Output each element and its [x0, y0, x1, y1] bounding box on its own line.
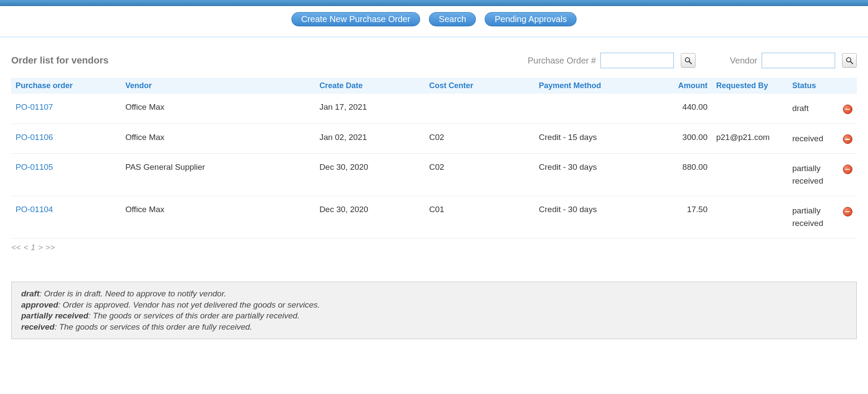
- legend-term: received: [21, 322, 54, 331]
- cell-cost-center: C02: [425, 124, 535, 154]
- cell-payment-method: Credit - 30 days: [535, 196, 661, 238]
- vendor-filter-label: Vendor: [730, 56, 757, 66]
- cell-create-date: Jan 02, 2021: [315, 124, 425, 154]
- table-header-row: Purchase order Vendor Create Date Cost C…: [11, 78, 857, 94]
- po-search-icon-button[interactable]: [681, 53, 696, 68]
- vendor-search-icon-button[interactable]: [842, 53, 857, 68]
- col-actions: [839, 78, 857, 94]
- col-create-date[interactable]: Create Date: [315, 78, 425, 94]
- cell-amount: 300.00: [661, 124, 712, 154]
- pager: << < 1 > >>: [11, 238, 857, 257]
- legend-desc: : Order is in draft. Need to approve to …: [39, 289, 226, 298]
- col-po[interactable]: Purchase order: [11, 78, 121, 94]
- col-requested-by[interactable]: Requested By: [712, 78, 788, 94]
- pager-next[interactable]: >: [38, 243, 43, 252]
- cell-cost-center: C01: [425, 196, 535, 238]
- col-cost-center[interactable]: Cost Center: [425, 78, 535, 94]
- svg-line-1: [689, 62, 691, 64]
- cell-status: draft: [788, 94, 839, 124]
- cell-create-date: Dec 30, 2020: [315, 196, 425, 238]
- legend-line: received: The goods or services of this …: [21, 321, 847, 333]
- cell-requested-by: [712, 94, 788, 124]
- pager-prev[interactable]: <: [23, 243, 28, 252]
- legend-term: partially received: [21, 311, 88, 320]
- col-payment-method[interactable]: Payment Method: [535, 78, 661, 94]
- legend-line: approved: Order is approved. Vendor has …: [21, 299, 847, 311]
- search-icon: [845, 56, 854, 65]
- cell-requested-by: [712, 154, 788, 196]
- pager-current: 1: [31, 243, 35, 252]
- order-table: Purchase order Vendor Create Date Cost C…: [11, 78, 857, 238]
- cell-cost-center: C02: [425, 154, 535, 196]
- cell-vendor: PAS General Supplier: [121, 154, 315, 196]
- po-filter-label: Purchase Order #: [528, 56, 596, 66]
- action-bar: Create New Purchase Order Search Pending…: [0, 6, 868, 37]
- cell-create-date: Dec 30, 2020: [315, 154, 425, 196]
- table-row: PO-01105PAS General SupplierDec 30, 2020…: [11, 154, 857, 196]
- content-area: Order list for vendors Purchase Order # …: [0, 37, 868, 356]
- delete-icon[interactable]: [843, 134, 852, 144]
- col-vendor[interactable]: Vendor: [121, 78, 315, 94]
- delete-icon[interactable]: [843, 207, 852, 216]
- cell-create-date: Jan 17, 2021: [315, 94, 425, 124]
- legend-desc: : Order is approved. Vendor has not yet …: [58, 300, 320, 309]
- cell-cost-center: [425, 94, 535, 124]
- cell-amount: 880.00: [661, 154, 712, 196]
- subheader: Order list for vendors Purchase Order # …: [11, 41, 857, 72]
- legend-term: approved: [21, 300, 58, 309]
- table-row: PO-01107Office MaxJan 17, 2021440.00draf…: [11, 94, 857, 124]
- cell-payment-method: Credit - 15 days: [535, 124, 661, 154]
- create-new-po-button[interactable]: Create New Purchase Order: [291, 12, 420, 26]
- legend-term: draft: [21, 289, 39, 298]
- col-status[interactable]: Status: [788, 78, 839, 94]
- po-filter-group: Purchase Order #: [528, 53, 696, 68]
- pager-last[interactable]: >>: [45, 243, 55, 252]
- pending-approvals-button[interactable]: Pending Approvals: [485, 12, 577, 26]
- status-legend: draft: Order is in draft. Need to approv…: [11, 282, 857, 339]
- cell-status: partially received: [788, 196, 839, 238]
- cell-status: partially received: [788, 154, 839, 196]
- legend-desc: : The goods or services of this order ar…: [54, 322, 252, 331]
- cell-requested-by: p21@p21.com: [712, 124, 788, 154]
- cell-amount: 440.00: [661, 94, 712, 124]
- col-amount[interactable]: Amount: [661, 78, 712, 94]
- delete-icon[interactable]: [843, 165, 852, 174]
- delete-icon[interactable]: [843, 105, 852, 114]
- cell-vendor: Office Max: [121, 196, 315, 238]
- cell-amount: 17.50: [661, 196, 712, 238]
- cell-vendor: Office Max: [121, 94, 315, 124]
- po-link[interactable]: PO-01105: [16, 162, 53, 172]
- po-number-input[interactable]: [600, 53, 674, 68]
- po-link[interactable]: PO-01106: [16, 133, 53, 142]
- window-title-bar: [0, 0, 868, 6]
- legend-desc: : The goods or services of this order ar…: [88, 311, 300, 320]
- search-icon: [684, 56, 692, 65]
- vendor-input[interactable]: [762, 53, 835, 68]
- cell-status: received: [788, 124, 839, 154]
- po-link[interactable]: PO-01107: [16, 102, 53, 111]
- cell-payment-method: [535, 94, 661, 124]
- vendor-filter-group: Vendor: [730, 53, 857, 68]
- page-title: Order list for vendors: [11, 55, 108, 66]
- cell-vendor: Office Max: [121, 124, 315, 154]
- cell-payment-method: Credit - 30 days: [535, 154, 661, 196]
- table-row: PO-01106Office MaxJan 02, 2021C02Credit …: [11, 124, 857, 154]
- legend-line: draft: Order is in draft. Need to approv…: [21, 288, 847, 299]
- po-link[interactable]: PO-01104: [16, 205, 53, 214]
- legend-line: partially received: The goods or service…: [21, 310, 847, 321]
- table-row: PO-01104Office MaxDec 30, 2020C01Credit …: [11, 196, 857, 238]
- pager-first[interactable]: <<: [11, 243, 21, 252]
- cell-requested-by: [712, 196, 788, 238]
- svg-line-3: [851, 62, 853, 64]
- search-button[interactable]: Search: [429, 12, 476, 26]
